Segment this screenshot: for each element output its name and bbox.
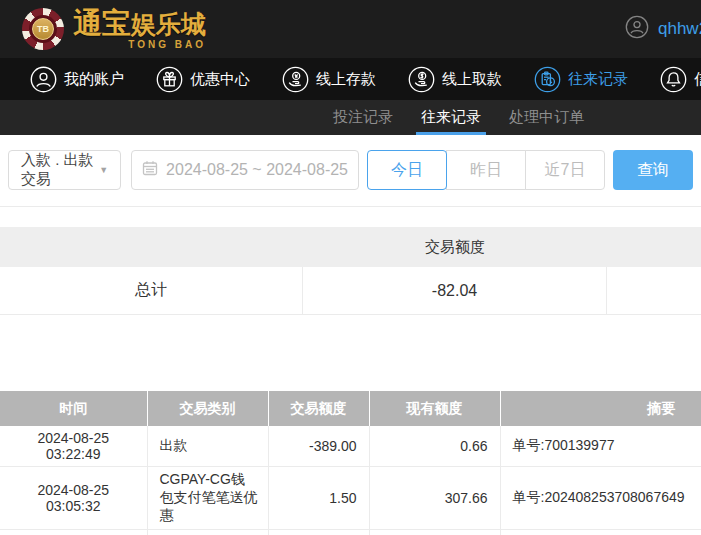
cell-summary: 单号:202408253708067649	[500, 530, 701, 535]
summary-total-value: -82.04	[303, 267, 607, 314]
tab-label: 投注记录	[333, 108, 393, 127]
tab-bet-records[interactable]: 投注记录	[333, 100, 393, 135]
promo-icon	[156, 66, 183, 93]
tab-label: 处理中订单	[509, 108, 584, 127]
summary-total-row: 总计 -82.04	[0, 267, 701, 315]
filter-bar: 入款 . 出款交易 ▼ 2024-08-25 ~ 2024-08-25 今日 昨…	[0, 135, 701, 206]
nav-label: 信	[694, 70, 701, 89]
date-range-input[interactable]: 2024-08-25 ~ 2024-08-25	[131, 150, 359, 190]
col-header-time: 时间	[0, 391, 147, 426]
casino-chip-icon: TB	[22, 8, 64, 50]
tab-pending-orders[interactable]: 处理中订单	[509, 100, 584, 135]
section-divider	[0, 206, 701, 207]
bell-icon	[660, 66, 687, 93]
quick-today-button[interactable]: 今日	[367, 150, 447, 190]
nav-label: 优惠中心	[190, 70, 250, 89]
col-header-summary: 摘要	[500, 391, 701, 426]
deposit-icon	[282, 66, 309, 93]
tab-label: 往来记录	[421, 108, 481, 127]
cell-amount: 1.50	[268, 467, 369, 530]
records-table: 时间 交易类别 交易额度 现有额度 摘要 2024-08-25 03:22:49…	[0, 391, 701, 535]
brand-logo[interactable]: TB 通宝娱乐城 TONG BAO	[22, 8, 206, 50]
table-header-row: 时间 交易类别 交易额度 现有额度 摘要	[0, 391, 701, 426]
table-row: 2024-08-25 03:05:32 CGPAY支付 300.00 306.1…	[0, 530, 701, 535]
cell-amount: -389.00	[268, 426, 369, 467]
date-range-value: 2024-08-25 ~ 2024-08-25	[166, 161, 348, 179]
nav-item-transaction-records[interactable]: 往来记录	[534, 66, 628, 93]
cell-type: CGPAY支付	[147, 530, 268, 535]
nav-label: 线上取款	[442, 70, 502, 89]
cell-balance: 306.16	[369, 530, 500, 535]
account-icon	[30, 66, 57, 93]
summary-column-header: 交易额度	[303, 227, 607, 267]
cell-amount: 300.00	[268, 530, 369, 535]
brand-name-zh-main: 通宝	[73, 7, 131, 39]
nav-item-deposit[interactable]: 线上存款	[282, 66, 376, 93]
cell-time: 2024-08-25 03:22:49	[0, 426, 147, 467]
nav-item-withdraw[interactable]: 线上取款	[408, 66, 502, 93]
user-avatar-icon	[625, 15, 649, 43]
chevron-down-icon: ▼	[99, 165, 108, 175]
summary-empty-cell	[607, 267, 701, 314]
cell-summary: 单号:202408253708067649	[500, 467, 701, 530]
calendar-icon	[142, 160, 158, 180]
cell-balance: 307.66	[369, 467, 500, 530]
summary-table: 交易额度 总计 -82.04	[0, 227, 701, 315]
summary-total-label: 总计	[0, 267, 303, 314]
table-row: 2024-08-25 03:05:32 CGPAY-CG钱包支付笔笔送优惠 1.…	[0, 467, 701, 530]
main-nav: 我的账户 优惠中心 线上存款	[0, 58, 701, 100]
withdraw-icon	[408, 66, 435, 93]
brand-name-en: TONG BAO	[128, 40, 206, 50]
records-table-wrap: 时间 交易类别 交易额度 现有额度 摘要 2024-08-25 03:22:49…	[0, 391, 701, 535]
summary-header-row: 交易额度	[0, 227, 701, 267]
brand-text: 通宝娱乐城 TONG BAO	[73, 9, 206, 50]
nav-label: 往来记录	[568, 70, 628, 89]
cell-time: 2024-08-25 03:05:32	[0, 467, 147, 530]
records-tabbar: 投注记录 往来记录 处理中订单	[0, 100, 701, 135]
col-header-type: 交易类别	[147, 391, 268, 426]
tab-transaction-records[interactable]: 往来记录	[421, 100, 481, 135]
nav-label: 线上存款	[316, 70, 376, 89]
nav-item-my-account[interactable]: 我的账户	[30, 66, 124, 93]
username: qhhw2	[658, 19, 701, 39]
quick-yesterday-button[interactable]: 昨日	[446, 150, 526, 190]
nav-item-promotions[interactable]: 优惠中心	[156, 66, 250, 93]
cell-summary: 单号:700139977	[500, 426, 701, 467]
table-row: 2024-08-25 03:22:49 出款 -389.00 0.66 单号:7…	[0, 426, 701, 467]
user-account-link[interactable]: qhhw2	[625, 0, 701, 58]
records-icon	[534, 66, 561, 93]
top-header: TB 通宝娱乐城 TONG BAO qhhw2	[0, 0, 701, 58]
quick-date-group: 今日 昨日 近7日	[367, 150, 605, 190]
nav-label: 我的账户	[64, 70, 124, 89]
cell-type: 出款	[147, 426, 268, 467]
cell-balance: 0.66	[369, 426, 500, 467]
chip-label: TB	[32, 18, 54, 40]
brand-name-zh-rest: 娱乐城	[131, 10, 206, 38]
col-header-amount: 交易额度	[268, 391, 369, 426]
quick-last7days-button[interactable]: 近7日	[525, 150, 605, 190]
nav-item-messages[interactable]: 信	[660, 66, 701, 93]
col-header-balance: 现有额度	[369, 391, 500, 426]
cell-time: 2024-08-25 03:05:32	[0, 530, 147, 535]
transaction-type-value: 入款 . 出款交易	[21, 151, 99, 189]
search-button[interactable]: 查询	[613, 150, 693, 190]
transaction-type-select[interactable]: 入款 . 出款交易 ▼	[8, 150, 121, 190]
cell-type: CGPAY-CG钱包支付笔笔送优惠	[147, 467, 268, 530]
